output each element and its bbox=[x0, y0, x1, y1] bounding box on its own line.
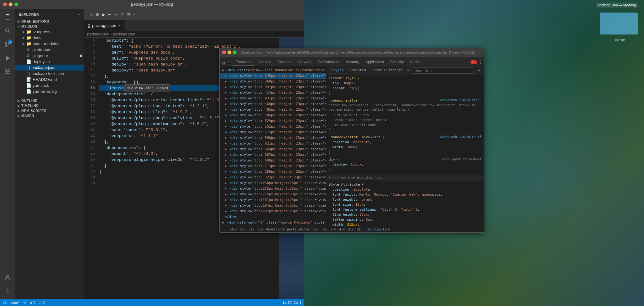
status-errors[interactable]: ⊗ 0 bbox=[30, 301, 35, 305]
dom-line-9[interactable]: ▶ <div style="top: 506px; height: 23px;"… bbox=[220, 113, 326, 118]
dom-line-6[interactable]: ▶ <div style="top: 437px; height: 23px;"… bbox=[220, 96, 326, 101]
tab-event-listeners[interactable]: Event Listeners bbox=[369, 67, 405, 73]
devtools-maximize[interactable] bbox=[233, 50, 237, 54]
tab-security[interactable]: Security bbox=[387, 59, 407, 66]
status-warnings[interactable]: △ 0 bbox=[39, 301, 45, 305]
style-prop-webkit-user-select[interactable]: -webkit-user-select: none; bbox=[329, 118, 481, 123]
dom-line-24[interactable]: ▶ <div style="top:161px;height:23px;" cl… bbox=[220, 197, 326, 203]
style-prop-width-100[interactable]: width: 100%; bbox=[329, 145, 481, 150]
dom-panel[interactable]: ▶ <div class="view-lines monaco-mouse-cu… bbox=[220, 66, 326, 226]
explorer-activity-icon[interactable] bbox=[2, 11, 13, 23]
style-prop-sa-letter-spacing[interactable]: letter-spacing: 0px; bbox=[329, 217, 481, 222]
sidebar-item-node-modules[interactable]: ▶ 📁 node_modules bbox=[15, 41, 84, 47]
minimize-button[interactable] bbox=[9, 3, 13, 6]
tab-close-icon[interactable]: ✕ bbox=[118, 24, 121, 27]
maximize-button[interactable] bbox=[14, 3, 18, 6]
npm-scripts-panel[interactable]: ▶ NPM SCRIPTS bbox=[15, 108, 84, 113]
dom-line-5[interactable]: ▶ <div style="top: 414px; height: 23px;"… bbox=[220, 90, 326, 96]
style-prop-display-block[interactable]: display: block; bbox=[329, 162, 481, 167]
tab-console[interactable]: Console bbox=[254, 59, 275, 66]
style-prop-position-absolute[interactable]: position: absolute; bbox=[329, 140, 481, 145]
toolbar-fwd-icon[interactable]: ↪ bbox=[114, 12, 118, 17]
devtools-overflow-icon[interactable]: ⋮ bbox=[478, 60, 483, 65]
sidebar-item-readme[interactable]: 📝 README.md bbox=[15, 76, 84, 82]
toolbar-back-icon[interactable]: ◇ bbox=[90, 12, 93, 17]
breadcrumb-div-2[interactable]: div bbox=[240, 228, 245, 231]
dom-line-3[interactable]: ▶ <div style="top: 368px; height: 23px;"… bbox=[220, 79, 326, 84]
outline-panel[interactable]: ▶ OUTLINE bbox=[15, 98, 84, 103]
toolbar-run-icon[interactable]: ▶ bbox=[102, 12, 105, 17]
debug-activity-icon[interactable] bbox=[2, 53, 13, 64]
sidebar-item-gitignore[interactable]: ⚙ .gitignore bbox=[15, 53, 84, 59]
dom-line-highlight[interactable]: ▶ <div style="top: 345px; height: 23px;"… bbox=[220, 73, 326, 79]
breadcrumb-div-8[interactable]: div bbox=[339, 228, 345, 231]
style-prop-ms-user-select[interactable]: -ms-user-select: none; bbox=[329, 123, 481, 128]
breadcrumb-div-9[interactable]: div bbox=[348, 228, 353, 231]
dom-line-15[interactable]: ▶ <div style="top: 644px; height: 23px;"… bbox=[220, 146, 326, 152]
style-prop-sa-line-height[interactable]: line-height: 23px; bbox=[329, 212, 481, 217]
dom-line-17[interactable]: ▶ <div style="top: 690px; height: 23px;"… bbox=[220, 158, 326, 163]
style-prop-user-select[interactable]: user-select: none; bbox=[329, 113, 481, 118]
dom-line-16[interactable]: ▶ <div style="top: 667px; height: 23px;"… bbox=[220, 152, 326, 158]
toolbar-more-icon[interactable]: ··· bbox=[133, 12, 137, 17]
status-position[interactable]: Ln 30, Col 1 bbox=[283, 301, 301, 304]
toolbar-fwd2-icon[interactable]: ↷ bbox=[120, 12, 124, 17]
breadcrumb-div-6[interactable]: div bbox=[322, 228, 327, 231]
dom-line-11[interactable]: ▶ <div style="top: 552px; height: 23px;"… bbox=[220, 124, 326, 129]
sidebar-item-yarn-lock[interactable]: 📄 yarn.lock bbox=[15, 82, 84, 88]
devtools-responsive-icon[interactable]: 📱 bbox=[226, 61, 232, 66]
status-git-branch[interactable]: ⎇ master* bbox=[3, 301, 19, 305]
dom-line-13[interactable]: ▶ <div style="top: 598px; height: 23px;"… bbox=[220, 135, 326, 141]
dom-line-closediv[interactable]: </div> bbox=[220, 214, 326, 220]
dom-line-8[interactable]: ▶ <div style="top: 483px; height: 23px;"… bbox=[220, 107, 326, 113]
sidebar-item-yarn-error[interactable]: 📄 yarn-error.log bbox=[15, 88, 84, 94]
dom-line-22[interactable]: ▶ <div style="top:253px;height:23px;" cl… bbox=[220, 186, 326, 192]
source-control-activity-icon[interactable]: 2 bbox=[2, 39, 13, 50]
tab-network[interactable]: Network bbox=[295, 59, 315, 66]
toolbar-back2-icon[interactable]: ↩ bbox=[108, 12, 112, 17]
breadcrumb-div-5[interactable]: div bbox=[313, 228, 318, 231]
dom-line-25[interactable]: ▶ <div style="top:184px;height:23px;" cl… bbox=[220, 203, 326, 208]
tab-elements[interactable]: Elements bbox=[233, 59, 254, 66]
devtools-inspect-icon[interactable]: ⊡ bbox=[222, 61, 226, 66]
breadcrumb-active[interactable]: div.view-line bbox=[366, 228, 390, 231]
dom-line-content-widgets[interactable]: ▶ <div data-mprt="1" class="contentWidge… bbox=[220, 220, 326, 225]
dom-line-1[interactable]: ▶ <div class="view-lines monaco-mouse-cu… bbox=[220, 67, 326, 73]
tab-application[interactable]: Application bbox=[362, 59, 387, 66]
tab-package-json[interactable]: {} package.json ✕ bbox=[84, 20, 125, 31]
tab-memory[interactable]: Memory bbox=[343, 59, 362, 66]
style-prop-sa-font-weight[interactable]: font-weight: normal; bbox=[329, 197, 481, 202]
tab-computed[interactable]: Computed bbox=[347, 67, 369, 73]
settings-activity-icon[interactable] bbox=[2, 285, 13, 297]
status-sync[interactable]: ↺ bbox=[23, 301, 26, 305]
sidebar-item-deploy-sh[interactable]: 📄 deploy.sh bbox=[15, 59, 84, 65]
sidebar-item-package-json[interactable]: { } package.json bbox=[15, 65, 84, 71]
dom-line-14[interactable]: ▶ <div style="top: 621px; height: 23px;"… bbox=[220, 141, 326, 146]
extensions-activity-icon[interactable] bbox=[2, 66, 13, 78]
account-activity-icon[interactable] bbox=[2, 272, 13, 283]
open-editors-section[interactable]: ▶ OPEN EDITORS bbox=[15, 19, 84, 24]
style-prop-sa-font-size[interactable]: font-size: 15px; bbox=[329, 202, 481, 207]
breadcrumb-div-7[interactable]: div bbox=[330, 228, 336, 231]
dom-line-7[interactable]: ▶ <div style="top: 460px; height: 23px;"… bbox=[220, 101, 326, 107]
breadcrumb-div-4[interactable]: div bbox=[257, 228, 263, 231]
style-prop-sa-width[interactable]: width: 815px; bbox=[329, 222, 481, 226]
style-prop-top[interactable]: top: 368px; bbox=[329, 81, 481, 86]
breadcrumb-div-1[interactable]: div bbox=[231, 228, 237, 231]
style-prop-sa-font-family[interactable]: font-family: Menlo, Monaco, "Courier New… bbox=[329, 192, 481, 197]
sidebar-item-package-lock[interactable]: { } package-lock.json bbox=[15, 71, 84, 76]
style-prop-sa-font-feature[interactable]: font-feature-settings: "liga" 0, "calt" … bbox=[329, 207, 481, 212]
dom-line-18[interactable]: ▶ <div style="top: 713px; height: 23px;"… bbox=[220, 163, 326, 169]
myblog-root[interactable]: ▼ MY-BLOG bbox=[15, 24, 84, 29]
dom-line-23[interactable]: ▶ <div style="top:276px;height:23px;" cl… bbox=[220, 192, 326, 197]
dom-line-4[interactable]: ▶ <div style="top: 391px; height: 23px;"… bbox=[220, 84, 326, 90]
sidebar-item-docs[interactable]: ▶ 📁 docs bbox=[15, 35, 84, 41]
toolbar-stop-icon[interactable]: ⊡ bbox=[127, 12, 130, 17]
dom-line-19[interactable]: ▶ <div style="top: 299px; height: 23px;"… bbox=[220, 169, 326, 175]
style-prop-sa-position[interactable]: position: absolute; bbox=[329, 187, 481, 192]
sidebar-item-vuepress[interactable]: ▶ 📁 .vuepress bbox=[15, 29, 84, 35]
dom-line-10[interactable]: ▶ <div style="top: 529px; height: 23px;"… bbox=[220, 118, 326, 124]
sidebar-item-gitattributes[interactable]: ⚙ .gitattributes bbox=[15, 47, 84, 53]
breadcrumb-workbench[interactable]: #workbench.parts.editor bbox=[266, 228, 309, 231]
styles-overflow-icon[interactable]: » bbox=[406, 67, 411, 73]
